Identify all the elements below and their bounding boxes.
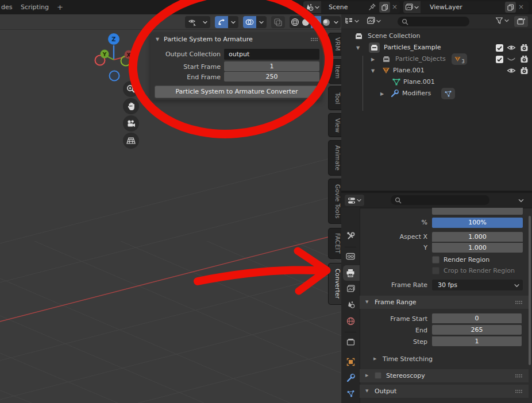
- stereoscopy-section-header[interactable]: ▶ Stereoscopy: [360, 369, 529, 382]
- eye-open-icon[interactable]: [507, 44, 516, 51]
- frame-rate-dropdown[interactable]: 30 fps: [432, 280, 523, 290]
- camera-view-button[interactable]: [123, 115, 139, 131]
- show-overlays-toggle[interactable]: [243, 16, 256, 28]
- pin-icon[interactable]: [368, 3, 376, 11]
- tab-object-properties[interactable]: [341, 354, 360, 369]
- properties-options-dropdown[interactable]: [518, 199, 524, 203]
- sidebar-tab-item[interactable]: Item: [328, 59, 341, 84]
- tab-view-layer-properties[interactable]: [341, 281, 360, 296]
- crop-render-region-checkbox[interactable]: [432, 267, 440, 274]
- perspective-toggle-button[interactable]: [123, 133, 139, 149]
- show-gizmos-dropdown[interactable]: [228, 16, 238, 28]
- sidebar-tab-tool[interactable]: Tool: [328, 86, 341, 110]
- outliner-row-scene-collection[interactable]: Scene Collection: [341, 30, 532, 42]
- tab-output-properties[interactable]: [341, 265, 360, 281]
- scene-name[interactable]: Scene: [329, 3, 348, 11]
- checkbox-checked-icon[interactable]: [496, 44, 503, 52]
- outliner-filter-button[interactable]: [495, 17, 509, 25]
- aspect-x-field[interactable]: 1.000: [432, 232, 523, 242]
- expand-caret[interactable]: ▶: [371, 54, 375, 65]
- expand-caret[interactable]: ▶: [380, 88, 384, 100]
- new-collection-button[interactable]: [514, 16, 528, 27]
- navigation-axis-gizmo[interactable]: Y X Z: [92, 32, 144, 83]
- toggle-xray-button[interactable]: [271, 16, 285, 28]
- expand-caret[interactable]: ▼: [371, 65, 375, 77]
- drag-dots-icon[interactable]: [515, 389, 523, 394]
- stereoscopy-checkbox[interactable]: [375, 372, 381, 379]
- resolution-percent-slider[interactable]: 100%: [432, 218, 523, 228]
- frame-range-section-header[interactable]: ▼ Frame Range: [360, 296, 529, 309]
- shading-wireframe-button[interactable]: [290, 16, 300, 28]
- outliner-search-input[interactable]: [398, 17, 469, 26]
- tab-scene-properties[interactable]: [341, 297, 360, 312]
- drag-dots-icon[interactable]: [515, 374, 523, 378]
- tab-tool-properties[interactable]: [341, 228, 360, 243]
- scene-unlink-button[interactable]: ×: [392, 3, 398, 11]
- tab-collection-properties[interactable]: [341, 334, 360, 349]
- panel-collapse-caret[interactable]: ▼: [156, 37, 159, 42]
- shading-dropdown[interactable]: [331, 16, 341, 28]
- tab-modifier-properties[interactable]: [341, 370, 360, 385]
- frame-start-field[interactable]: 0: [432, 313, 522, 323]
- workspace-tab-partial[interactable]: des: [1, 0, 12, 14]
- properties-search-input[interactable]: [391, 195, 489, 205]
- drag-dots-icon[interactable]: [310, 37, 318, 42]
- output-collection-input[interactable]: output: [224, 49, 319, 60]
- end-frame-input[interactable]: 250: [224, 72, 319, 82]
- sidebar-tab-view[interactable]: View: [328, 113, 341, 137]
- shading-rendered-button[interactable]: [321, 16, 331, 28]
- viewlayer-remove-button[interactable]: ×: [518, 3, 524, 11]
- start-frame-input[interactable]: 1: [224, 61, 319, 71]
- outliner-row-plane-mesh-data[interactable]: Plane.001: [341, 76, 532, 88]
- drag-dots-icon[interactable]: [515, 300, 523, 305]
- eye-open-icon[interactable]: [507, 67, 516, 74]
- convert-button[interactable]: Particle System to Armature Converter: [155, 86, 319, 98]
- properties-scrollbar[interactable]: [529, 216, 531, 365]
- sidebar-tab-animate[interactable]: Animate: [328, 140, 341, 176]
- outliner-row-modifiers[interactable]: ▶ Modifiers: [341, 88, 532, 99]
- eye-closed-icon[interactable]: [507, 57, 516, 63]
- frame-end-field[interactable]: 265: [432, 325, 522, 335]
- shading-material-preview-button[interactable]: [311, 16, 321, 28]
- sidebar-tab-govie-tools[interactable]: Govie Tools: [328, 179, 341, 224]
- shading-solid-button[interactable]: [300, 16, 311, 28]
- render-region-checkbox[interactable]: [432, 256, 440, 264]
- camera-render-icon[interactable]: [520, 55, 529, 63]
- add-workspace-button[interactable]: +: [57, 0, 63, 14]
- object-visibility-dropdown[interactable]: [200, 16, 210, 28]
- show-gizmos-toggle[interactable]: [215, 16, 228, 28]
- scene-new-button[interactable]: [379, 2, 390, 13]
- object-visibility-button[interactable]: [185, 16, 200, 28]
- zoom-button[interactable]: [123, 81, 139, 97]
- expand-caret[interactable]: ▼: [356, 42, 360, 54]
- pan-button[interactable]: [123, 98, 139, 114]
- scene-browse-button[interactable]: [303, 1, 321, 13]
- workspace-tab-scripting[interactable]: Scripting: [21, 0, 49, 14]
- outliner-row-particle-objects[interactable]: ▶ Particle_Objects 3: [341, 53, 532, 65]
- output-section-header[interactable]: ▼ Output: [360, 385, 529, 398]
- tab-render-properties[interactable]: [341, 249, 360, 264]
- show-overlays-dropdown[interactable]: [256, 16, 267, 28]
- tab-world-properties[interactable]: [341, 313, 360, 328]
- aspect-y-field[interactable]: 1.000: [432, 243, 523, 253]
- hand-icon: [127, 102, 136, 111]
- tab-particle-properties[interactable]: [341, 386, 360, 401]
- viewlayer-new-button[interactable]: [505, 2, 516, 13]
- outliner-row-plane-object[interactable]: ▼ Plane.001: [341, 65, 532, 76]
- camera-render-icon[interactable]: [520, 44, 529, 52]
- sidebar-tab-vrm[interactable]: VRM: [328, 33, 341, 56]
- checkbox-checked-icon[interactable]: [496, 56, 503, 63]
- resolution-field-partial[interactable]: [432, 208, 523, 215]
- viewlayer-browse-button[interactable]: [403, 1, 421, 13]
- properties-editor-type-button[interactable]: [345, 195, 364, 206]
- time-stretching-subheader[interactable]: ▶ Time Stretching: [360, 352, 529, 366]
- outliner-filter-mode-button[interactable]: [367, 17, 381, 25]
- copy-pages-icon: [507, 4, 514, 11]
- sidebar-tab-faceit[interactable]: FACEIT: [328, 228, 341, 259]
- frame-step-field[interactable]: 1: [432, 336, 522, 346]
- outliner-row-particles-example[interactable]: ▼ Particles_Example: [341, 42, 532, 53]
- camera-render-icon[interactable]: [520, 67, 529, 75]
- viewlayer-name[interactable]: ViewLayer: [430, 3, 462, 11]
- outliner-display-mode-button[interactable]: [345, 17, 359, 25]
- sidebar-tab-converter[interactable]: Converter: [328, 263, 341, 305]
